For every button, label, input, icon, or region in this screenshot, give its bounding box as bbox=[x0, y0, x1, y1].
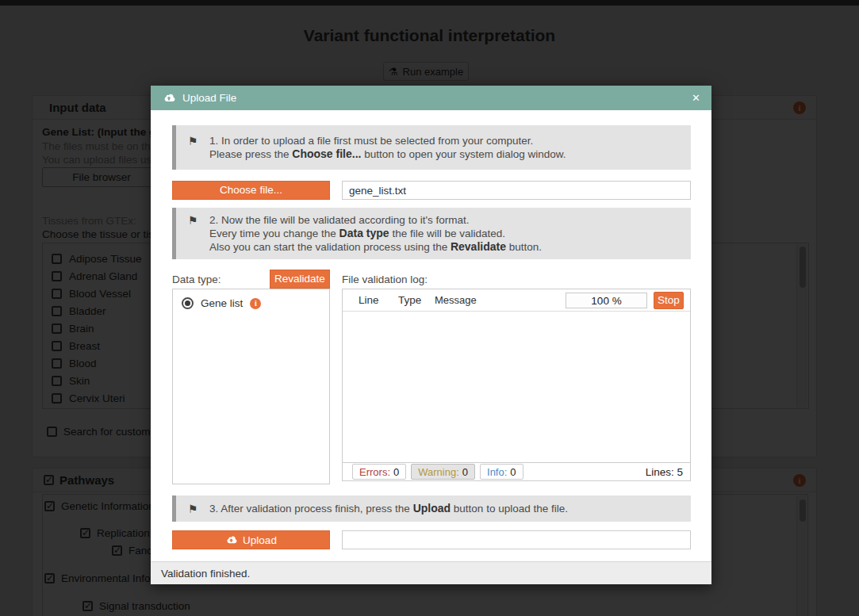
data-type-option-gene-list[interactable]: Gene list i bbox=[182, 297, 329, 309]
lines-label: Lines: bbox=[646, 466, 674, 478]
step-2-line-3c: button. bbox=[506, 241, 542, 253]
upload-button[interactable]: Upload bbox=[172, 530, 330, 549]
close-icon[interactable]: ✕ bbox=[692, 86, 700, 110]
column-message: Message bbox=[435, 294, 477, 306]
errors-filter-button[interactable]: Errors:0 bbox=[352, 464, 406, 480]
upload-progress-bar bbox=[342, 530, 691, 549]
errors-count: 0 bbox=[393, 466, 399, 478]
revalidate-button[interactable]: Revalidate bbox=[270, 270, 330, 289]
step-2-line-3a: Also you can start the validation proces… bbox=[209, 241, 451, 253]
validation-progress-bar: 100 % bbox=[566, 293, 647, 308]
step-1-instructions: ⚑ 1. In order to upload a file first mus… bbox=[172, 125, 691, 170]
column-line: Line bbox=[359, 294, 398, 306]
column-type: Type bbox=[398, 294, 435, 306]
cloud-upload-icon bbox=[225, 535, 237, 545]
log-footer-row: Errors:0 Warning:0 Info:0 Lines: 5 bbox=[343, 462, 690, 480]
data-type-label: Data type: bbox=[172, 274, 221, 285]
info-label: Info: bbox=[487, 466, 507, 478]
upload-row: Upload bbox=[172, 530, 691, 549]
radio-selected-icon[interactable] bbox=[182, 297, 194, 309]
lines-count: Lines: 5 bbox=[646, 466, 683, 478]
step-1-line-2c: button to open your system dialog window… bbox=[361, 148, 566, 160]
modal-status-bar: Validation finished. bbox=[151, 561, 711, 584]
file-select-row: Choose file... bbox=[172, 181, 691, 200]
upload-file-modal: Upload File ✕ ⚑ 1. In order to upload a … bbox=[151, 86, 711, 584]
step-2-line-2b: Data type bbox=[339, 227, 389, 239]
warning-filter-button[interactable]: Warning:0 bbox=[411, 464, 475, 480]
step-1-line-1: 1. In order to upload a file first must … bbox=[209, 135, 533, 147]
upload-label: Upload bbox=[243, 534, 277, 546]
step-3-instructions: ⚑ 3. After validation process finish, pr… bbox=[172, 495, 691, 522]
step-1-text: 1. In order to upload a file first must … bbox=[209, 134, 566, 161]
step-2-text: 2. Now the file will be validated accord… bbox=[209, 213, 542, 254]
errors-label: Errors: bbox=[359, 466, 390, 478]
log-rows-empty bbox=[343, 312, 690, 462]
info-filter-button[interactable]: Info:0 bbox=[480, 464, 523, 480]
step-3-text: 3. After validation process finish, pres… bbox=[209, 502, 568, 515]
labels-row: Data type: Revalidate File validation lo… bbox=[172, 270, 691, 289]
step-3-line-1b: Upload bbox=[413, 502, 451, 515]
warning-label: Warning: bbox=[418, 466, 459, 478]
step-3-line-1a: 3. After validation process finish, pres… bbox=[209, 503, 413, 515]
step-3-line-1c: button to upload the file. bbox=[451, 503, 568, 515]
step-2-line-3b: Revalidate bbox=[451, 240, 506, 253]
selected-file-input[interactable] bbox=[342, 181, 691, 200]
warning-count: 0 bbox=[462, 466, 468, 478]
choose-file-button[interactable]: Choose file... bbox=[172, 181, 330, 200]
file-validation-log: Line Type Message 100 % Stop Errors:0 Wa… bbox=[342, 289, 691, 481]
info-count: 0 bbox=[510, 466, 516, 478]
step-1-line-2b: Choose file... bbox=[292, 147, 361, 160]
cloud-upload-icon bbox=[163, 93, 175, 103]
stop-button[interactable]: Stop bbox=[654, 292, 684, 309]
data-type-list: Gene list i bbox=[172, 289, 330, 484]
validation-row: Gene list i Line Type Message 100 % Stop… bbox=[172, 289, 691, 484]
validation-log-label: File validation log: bbox=[342, 274, 428, 285]
flag-icon: ⚑ bbox=[176, 134, 209, 161]
step-2-line-2a: Every time you change the bbox=[209, 228, 339, 239]
step-1-line-2a: Please press the bbox=[209, 148, 292, 160]
step-2-line-2c: the file will be validated. bbox=[389, 228, 505, 239]
log-header-row: Line Type Message 100 % Stop bbox=[343, 289, 690, 312]
modal-header: Upload File ✕ bbox=[151, 86, 711, 110]
lines-value: 5 bbox=[677, 466, 683, 478]
info-icon[interactable]: i bbox=[250, 298, 261, 309]
modal-title: Upload File bbox=[182, 92, 236, 104]
flag-icon: ⚑ bbox=[176, 502, 209, 515]
flag-icon: ⚑ bbox=[176, 213, 209, 254]
gene-list-option-label: Gene list bbox=[201, 297, 243, 309]
step-2-instructions: ⚑ 2. Now the file will be validated acco… bbox=[172, 208, 691, 259]
step-2-line-1: 2. Now the file will be validated accord… bbox=[209, 214, 469, 226]
modal-body: ⚑ 1. In order to upload a file first mus… bbox=[151, 110, 711, 549]
